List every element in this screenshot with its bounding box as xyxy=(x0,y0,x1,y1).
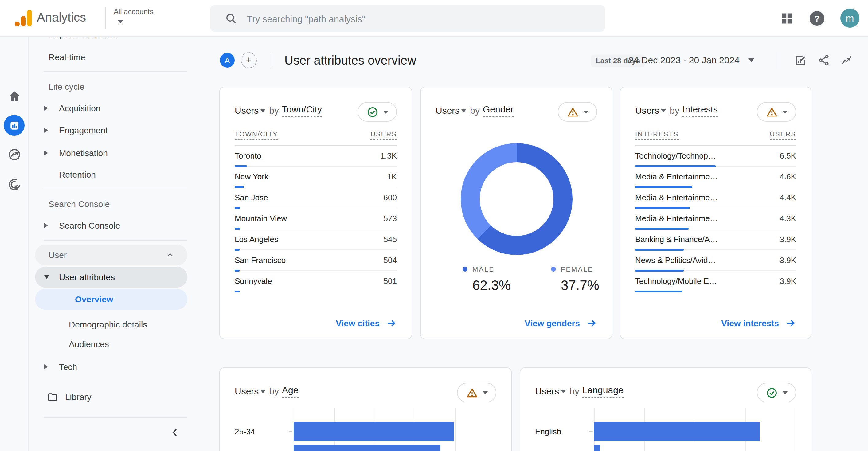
card-users-by-age: Users by Age 25-34 18-24 xyxy=(219,367,512,451)
account-switcher[interactable]: All accounts xyxy=(114,7,153,23)
data-quality-button[interactable] xyxy=(358,102,397,122)
sidebar-item-overview-active[interactable]: Overview xyxy=(35,289,187,310)
search-placeholder: Try searching "path analysis" xyxy=(247,13,365,24)
column-header-metric[interactable]: USERS xyxy=(770,130,796,140)
table-row[interactable]: New York1K xyxy=(235,167,397,187)
age-bar-chart[interactable]: 25-34 18-24 xyxy=(235,408,496,451)
chevron-up-icon xyxy=(166,251,174,259)
dimension-selector[interactable]: Age xyxy=(282,385,298,397)
table-row[interactable]: Mountain View573 xyxy=(235,208,397,229)
sidebar-item-search-console[interactable]: Search Console xyxy=(29,219,194,232)
dimension-selector[interactable]: Town/City xyxy=(282,104,322,117)
view-interests-link[interactable]: View interests xyxy=(721,318,796,329)
metric-selector[interactable]: Users xyxy=(436,105,460,116)
dimension-selector[interactable]: Language xyxy=(582,385,623,397)
explore-icon[interactable] xyxy=(0,147,28,161)
sidebar-item-retention[interactable]: Retention xyxy=(29,168,194,181)
data-quality-button[interactable] xyxy=(457,383,496,402)
chevron-down-icon xyxy=(782,110,787,113)
table-row[interactable]: Banking & Finance/A…3.9K xyxy=(635,229,796,250)
metric-selector[interactable]: Users xyxy=(535,386,559,396)
card-title: Users by Town/City xyxy=(235,104,322,117)
triangle-down-icon xyxy=(461,109,466,113)
report-actions xyxy=(794,54,853,66)
dimension-selector[interactable]: Interests xyxy=(682,104,718,117)
home-icon[interactable] xyxy=(0,90,28,102)
view-cities-link[interactable]: View cities xyxy=(336,318,397,329)
sidebar-item-audiences[interactable]: Audiences xyxy=(29,338,194,350)
plot-area xyxy=(293,408,496,451)
sidebar-item-library[interactable]: Library xyxy=(29,391,194,403)
table-row[interactable]: Los Angeles545 xyxy=(235,229,397,250)
bar-english xyxy=(594,422,760,441)
metric-selector[interactable]: Users xyxy=(235,105,259,116)
column-header-dimension[interactable]: INTERESTS xyxy=(635,130,679,140)
section-header-user[interactable]: User xyxy=(35,245,187,265)
data-quality-button[interactable] xyxy=(558,102,597,122)
table-row[interactable]: Toronto1.3K xyxy=(235,146,397,167)
table-row[interactable]: News & Politics/Avid…3.9K xyxy=(635,250,796,271)
sidebar-item-demographic-details[interactable]: Demographic details xyxy=(29,318,194,331)
triangle-right-icon xyxy=(44,364,48,369)
avatar[interactable]: m xyxy=(840,9,859,28)
add-comparison-button[interactable]: + xyxy=(241,52,257,68)
data-quality-button[interactable] xyxy=(757,102,796,122)
sidebar-item-engagement[interactable]: Engagement xyxy=(29,124,194,137)
account-switcher-label: All accounts xyxy=(114,7,153,16)
language-bar-chart[interactable]: English Spanish xyxy=(535,408,796,451)
legend-female: FEMALE 37.7% xyxy=(551,265,599,294)
sidebar-item-monetisation[interactable]: Monetisation xyxy=(29,147,194,159)
metric-selector[interactable]: Users xyxy=(635,105,659,116)
gender-donut-chart[interactable] xyxy=(460,143,572,255)
product-name: Analytics xyxy=(37,10,86,25)
sidebar-item-realtime[interactable]: Real-time xyxy=(29,51,194,63)
table-row[interactable]: San Jose600 xyxy=(235,187,397,208)
table-header: INTERESTS USERS xyxy=(635,130,796,146)
sidebar-item-user-attributes[interactable]: User attributes xyxy=(35,267,187,288)
section-header-lifecycle[interactable]: Life cycle xyxy=(29,81,194,93)
warning-triangle-icon xyxy=(567,106,578,118)
table-row[interactable]: San Francisco504 xyxy=(235,250,397,271)
card-users-by-gender: Users by Gender MALE 62.3% FEMALE 37.7% … xyxy=(420,87,613,339)
apps-grid-icon[interactable] xyxy=(780,11,794,25)
row-bar xyxy=(635,228,688,230)
table-row[interactable]: Technology/Mobile E…3.9K xyxy=(635,271,796,292)
arrow-right-icon xyxy=(386,318,397,329)
triangle-down-icon xyxy=(260,390,266,393)
metric-selector[interactable]: Users xyxy=(235,386,259,396)
search-input[interactable]: Try searching "path analysis" xyxy=(210,5,605,32)
customize-report-icon[interactable] xyxy=(794,54,807,66)
insights-icon[interactable] xyxy=(841,54,853,66)
help-icon[interactable]: ? xyxy=(810,11,825,26)
reports-nav-icon[interactable] xyxy=(0,115,28,136)
card-users-by-town-city: Users by Town/City TOWN/CITY USERS Toron… xyxy=(219,87,412,339)
sidebar-item-tech[interactable]: Tech xyxy=(29,361,194,373)
column-header-dimension[interactable]: TOWN/CITY xyxy=(235,130,278,140)
property-badge[interactable]: A xyxy=(220,53,235,68)
dimension-selector[interactable]: Gender xyxy=(483,104,514,117)
sidebar-item-acquisition[interactable]: Acquisition xyxy=(29,102,194,114)
sidebar-item-reports-snapshot[interactable]: Reports snapshot xyxy=(29,36,194,40)
advertising-icon[interactable] xyxy=(0,178,28,192)
analytics-logo-icon[interactable] xyxy=(15,10,32,27)
triangle-right-icon xyxy=(44,128,48,133)
dimension-table: TOWN/CITY USERS Toronto1.3K New York1K S… xyxy=(235,130,397,292)
table-row[interactable]: Media & Entertainme…4.3K xyxy=(635,208,796,229)
share-icon[interactable] xyxy=(818,54,830,66)
row-bar xyxy=(635,207,689,209)
section-header-search-console[interactable]: Search Console xyxy=(29,198,194,210)
view-genders-link[interactable]: View genders xyxy=(525,318,597,329)
data-quality-button[interactable] xyxy=(757,383,796,402)
table-row[interactable]: Technology/Technop…6.5K xyxy=(635,146,796,167)
folder-icon xyxy=(47,392,58,402)
table-row[interactable]: Media & Entertainme…4.4K xyxy=(635,187,796,208)
row-bar xyxy=(635,270,683,272)
table-row[interactable]: Media & Entertainme…4.6K xyxy=(635,167,796,187)
triangle-down-icon xyxy=(561,390,566,393)
date-range-picker[interactable]: 24 Dec 2023 - 20 Jan 2024 xyxy=(628,55,754,65)
table-row[interactable]: Sunnyvale501 xyxy=(235,271,397,292)
card-title: Users by Gender xyxy=(436,104,514,117)
column-header-metric[interactable]: USERS xyxy=(370,130,397,140)
collapse-sidebar-icon[interactable] xyxy=(169,426,181,439)
chevron-down-icon xyxy=(748,58,754,62)
